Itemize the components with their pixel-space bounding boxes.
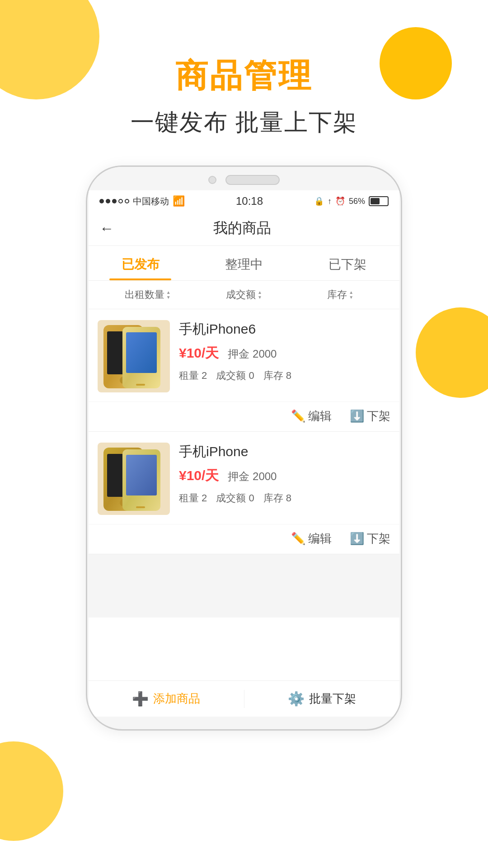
product-stock-0: 库存 8 [263, 369, 291, 382]
product-price-row-1: ¥10/天 押金 2000 [179, 467, 390, 485]
delist-icon-0: ⬇️ [350, 409, 364, 423]
signal-dots [99, 199, 129, 203]
product-price-row-0: ¥10/天 押金 2000 [179, 344, 390, 363]
product-name-1: 手机iPhone [179, 443, 390, 461]
lock-icon: 🔒 [314, 196, 324, 206]
page-sub-title: 一键发布 批量上下架 [0, 107, 488, 138]
battery-fill [371, 198, 380, 204]
status-bar: 中国移动 📶 10:18 🔒 ↑ ⏰ 56% [89, 190, 399, 211]
add-product-button[interactable]: ➕ 添加商品 [89, 691, 244, 707]
svg-rect-5 [136, 384, 145, 386]
phone-top-bar [87, 167, 401, 190]
product-image-0 [98, 320, 170, 392]
battery-bar [369, 196, 389, 206]
product-actions-0: ✏️ 编辑 ⬇️ 下架 [89, 401, 399, 431]
phone-speaker [225, 175, 280, 185]
sort-arrow-down-rental: ▼ [166, 295, 171, 300]
edit-button-0[interactable]: ✏️ 编辑 [291, 408, 332, 424]
product-name-0: 手机iPhone6 [179, 320, 390, 339]
product-stats-1: 租量 2 成交额 0 库存 8 [179, 491, 390, 505]
iphone6-illustration [100, 321, 168, 392]
product-price-0: ¥10/天 [179, 344, 219, 363]
wifi-icon: 📶 [173, 195, 185, 207]
product-price-1: ¥10/天 [179, 467, 219, 485]
nav-bar: ← 我的商品 [89, 211, 399, 246]
phone-screen: 中国移动 📶 10:18 🔒 ↑ ⏰ 56% ← 我的商品 [89, 190, 399, 717]
bg-circle-bottom-left [0, 741, 63, 841]
phone-side-button-vol-up [86, 257, 87, 293]
nav-title: 我的商品 [114, 218, 371, 238]
batch-icon: ⚙️ [288, 691, 305, 707]
batch-delist-label: 批量下架 [309, 691, 356, 707]
sort-volume[interactable]: 成交额 ▲ ▼ [196, 288, 292, 302]
product-volume-0: 成交额 0 [216, 369, 254, 382]
signal-dot-1 [99, 199, 104, 203]
sort-arrow-up-stock: ▲ [349, 290, 353, 295]
svg-rect-11 [136, 506, 145, 508]
header-area: 商品管理 一键发布 批量上下架 [0, 0, 488, 138]
edit-icon-0: ✏️ [291, 409, 305, 423]
tab-organizing[interactable]: 整理中 [192, 246, 296, 280]
sort-arrow-up-rental: ▲ [166, 290, 171, 295]
sort-arrow-down-stock: ▼ [349, 295, 353, 300]
product-item-1: 手机iPhone ¥10/天 押金 2000 租量 2 成交额 0 库存 8 [89, 432, 399, 554]
delist-button-1[interactable]: ⬇️ 下架 [350, 531, 390, 547]
product-deposit-1: 押金 2000 [228, 469, 277, 484]
status-left: 中国移动 📶 [99, 195, 185, 208]
status-right: 🔒 ↑ ⏰ 56% [314, 196, 389, 206]
product-info-0: 手机iPhone6 ¥10/天 押金 2000 租量 2 成交额 0 库存 8 [179, 320, 390, 392]
tabs-bar: 已发布 整理中 已下架 [89, 246, 399, 281]
svg-rect-4 [126, 332, 157, 373]
sort-rental-qty[interactable]: 出租数量 ▲ ▼ [99, 288, 196, 302]
phone-camera [208, 176, 216, 184]
product-stats-0: 租量 2 成交额 0 库存 8 [179, 369, 390, 382]
batch-delist-button[interactable]: ⚙️ 批量下架 [244, 691, 400, 707]
product-stock-1: 库存 8 [263, 491, 291, 505]
gray-area [89, 554, 399, 618]
phone-mockup: 中国移动 📶 10:18 🔒 ↑ ⏰ 56% ← 我的商品 [86, 165, 402, 731]
product-rental-0: 租量 2 [179, 369, 207, 382]
product-main-1: 手机iPhone ¥10/天 押金 2000 租量 2 成交额 0 库存 8 [89, 432, 399, 522]
add-product-label: 添加商品 [153, 691, 200, 707]
sort-bar: 出租数量 ▲ ▼ 成交额 ▲ ▼ 库存 ▲ [89, 281, 399, 309]
phone-container: 中国移动 📶 10:18 🔒 ↑ ⏰ 56% ← 我的商品 [0, 165, 488, 731]
signal-dot-4 [118, 199, 123, 203]
back-button[interactable]: ← [99, 220, 114, 237]
signal-dot-5 [125, 199, 129, 203]
sort-arrow-down-volume: ▼ [258, 295, 262, 300]
alarm-icon: ⏰ [335, 196, 345, 206]
product-rental-1: 租量 2 [179, 491, 207, 505]
sort-arrows-rental: ▲ ▼ [166, 290, 171, 300]
page-main-title: 商品管理 [0, 54, 488, 98]
product-image-1 [98, 443, 170, 515]
tab-delisted[interactable]: 已下架 [296, 246, 399, 280]
carrier-text: 中国移动 [133, 195, 169, 208]
iphone-illustration [100, 444, 168, 514]
add-icon: ➕ [132, 691, 149, 707]
product-volume-1: 成交额 0 [216, 491, 254, 505]
status-time: 10:18 [236, 195, 263, 208]
product-list: 手机iPhone6 ¥10/天 押金 2000 租量 2 成交额 0 库存 8 [89, 309, 399, 618]
phone-side-button-vol-down [86, 307, 87, 343]
tab-published[interactable]: 已发布 [89, 246, 192, 280]
battery-percent: 56% [349, 197, 365, 206]
svg-rect-10 [126, 455, 157, 495]
sort-arrows-volume: ▲ ▼ [258, 290, 262, 300]
delist-button-0[interactable]: ⬇️ 下架 [350, 408, 390, 424]
phone-side-button-power [401, 280, 402, 334]
product-deposit-0: 押金 2000 [228, 347, 277, 361]
product-main-0: 手机iPhone6 ¥10/天 押金 2000 租量 2 成交额 0 库存 8 [89, 309, 399, 400]
location-icon: ↑ [328, 197, 332, 206]
delist-icon-1: ⬇️ [350, 532, 364, 546]
signal-dot-2 [106, 199, 110, 203]
sort-arrow-up-volume: ▲ [258, 290, 262, 295]
product-info-1: 手机iPhone ¥10/天 押金 2000 租量 2 成交额 0 库存 8 [179, 443, 390, 515]
product-item-0: 手机iPhone6 ¥10/天 押金 2000 租量 2 成交额 0 库存 8 [89, 309, 399, 432]
edit-button-1[interactable]: ✏️ 编辑 [291, 531, 332, 547]
sort-stock[interactable]: 库存 ▲ ▼ [292, 288, 389, 302]
sort-arrows-stock: ▲ ▼ [349, 290, 353, 300]
bottom-bar: ➕ 添加商品 ⚙️ 批量下架 [89, 680, 399, 717]
edit-icon-1: ✏️ [291, 532, 305, 546]
signal-dot-3 [112, 199, 117, 203]
product-actions-1: ✏️ 编辑 ⬇️ 下架 [89, 524, 399, 554]
